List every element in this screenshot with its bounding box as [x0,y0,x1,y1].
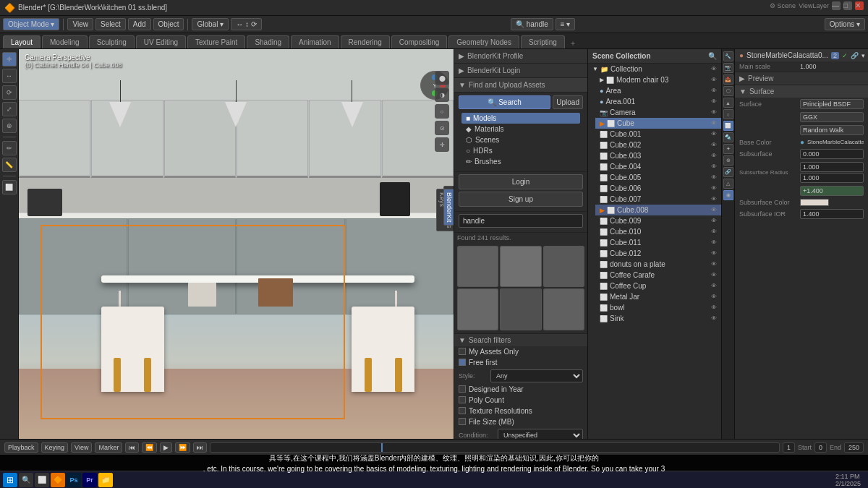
tab-modeling[interactable]: Modeling [42,35,88,48]
eye-icon16[interactable]: 👁 [711,228,717,235]
login-button[interactable]: Login [459,174,583,189]
eye-icon18[interactable]: 👁 [711,250,717,257]
free-first-checkbox[interactable] [459,359,466,366]
timeline-scrubber[interactable] [210,442,779,453]
options-btn[interactable]: Options ▾ [825,18,865,30]
scene-icon[interactable]: ▲ [723,98,733,108]
thumb-2[interactable] [500,246,541,287]
outliner-modern-chair[interactable]: ▶ ⬜ Modern chair 03 👁 [595,74,721,85]
style-select[interactable]: Any [490,369,583,382]
search-taskbar[interactable]: 🔍 [19,473,33,487]
outliner-coffee-cup[interactable]: ⬜ Coffee Cup 👁 [595,281,721,291]
outliner-camera[interactable]: 📷 Camera 👁 [595,107,721,118]
eye-icon11[interactable]: 👁 [711,174,717,181]
viewport-overlay-toggle[interactable]: ⊙ [435,121,449,135]
tab-uv-editing[interactable]: UV Editing [136,35,186,48]
outliner-sink[interactable]: ⬜ Sink 👁 [595,313,721,324]
eye-icon19[interactable]: 👁 [711,261,717,267]
cat-brushes[interactable]: ✏ Brushes [461,156,580,167]
outliner-cube007[interactable]: ⬜ Cube.007 👁 [595,194,721,205]
next-frame-btn[interactable]: ⏩ [175,442,190,453]
photoshop-taskbar[interactable]: Ps [67,473,81,487]
upload-btn[interactable]: Upload [553,95,583,109]
move-tool[interactable]: ↔ [2,69,17,83]
outliner-area[interactable]: ● Area 👁 [595,85,721,96]
outliner-cube002[interactable]: ⬜ Cube.002 👁 [595,140,721,150]
file-size-checkbox[interactable] [459,418,466,425]
bk-profile-header[interactable]: ▶ BlenderKit Profile [454,49,587,64]
texture-checkbox[interactable] [459,407,466,414]
viewport-shading-solid[interactable]: ⬤ [435,71,449,85]
object-mode-selector[interactable]: Object Mode ▾ [3,18,59,30]
subsurface-color-preview[interactable] [800,199,829,206]
outliner-cube011[interactable]: ⬜ Cube.011 👁 [595,237,721,248]
annotate-tool[interactable]: ✏ [2,141,17,155]
marker-menu[interactable]: Marker [95,442,122,453]
modifier-icon[interactable]: 🔩 [723,132,733,142]
outliner-cube[interactable]: ▶ ⬜ Cube 👁 [595,118,721,129]
outliner-cube003[interactable]: ⬜ Cube.003 👁 [595,150,721,161]
outliner-area001[interactable]: ● Area.001 👁 [595,96,721,107]
measure-tool[interactable]: 📏 [2,158,17,172]
outliner-cube005[interactable]: ⬜ Cube.005 👁 [595,172,721,183]
blenderkit-tab[interactable]: BlenderKit [443,189,454,226]
eye-icon9[interactable]: 👁 [711,153,717,159]
render-props-icon[interactable]: 📷 [723,63,733,73]
scene-props-icon[interactable]: 🔧 [723,51,733,61]
physics-icon[interactable]: ⊕ [723,155,733,166]
eye-icon6[interactable]: 👁 [711,120,717,127]
particles-icon[interactable]: ✦ [723,144,733,154]
search-filters-header[interactable]: ▼ Search filters [454,333,587,346]
viewport[interactable]: Camera Perspective (0) Cabinet Handle 04… [19,49,454,439]
search-btn[interactable]: 🔍 handle [511,18,553,30]
tab-texture-paint[interactable]: Texture Paint [187,35,245,48]
signup-button[interactable]: Sign up [459,192,583,207]
rotate-tool[interactable]: ⟳ [2,85,17,100]
search-btn[interactable]: 🔍 Search [459,95,550,109]
end-frame[interactable]: 250 [844,442,864,453]
eye-icon12[interactable]: 👁 [711,185,717,192]
view-menu[interactable]: View [71,442,92,453]
material-icon[interactable]: ◉ [723,190,733,200]
eye-icon7[interactable]: 👁 [711,131,717,137]
thumb-1[interactable] [457,246,498,287]
view-layer-icon[interactable]: ⬡ [723,86,733,96]
keying-menu[interactable]: Keying [41,442,69,453]
tab-shading[interactable]: Shading [247,35,289,48]
jump-end-btn[interactable]: ⏭ [193,442,207,453]
tab-scripting[interactable]: Scripting [521,35,565,48]
cat-hdrs[interactable]: ○ HDRs [461,145,580,156]
object-menu[interactable]: Object [153,18,184,30]
eye-icon20[interactable]: 👁 [711,272,717,278]
designed-in-checkbox[interactable] [459,385,466,393]
outliner-cube012[interactable]: ⬜ Cube.012 👁 [595,248,721,259]
poly-checkbox[interactable] [459,396,466,403]
outliner-cube010[interactable]: ⬜ Cube.010 👁 [595,226,721,237]
outliner-coffee-carafe[interactable]: ⬜ Coffee Carafe 👁 [595,270,721,281]
blender-taskbar[interactable]: 🔶 [51,473,65,487]
eye-icon22[interactable]: 👁 [711,294,717,300]
bk-find-header[interactable]: ▼ Find and Upload Assets [454,78,587,93]
cursor-tool[interactable]: ✛ [2,52,17,67]
tab-geometry-nodes[interactable]: Geometry Nodes [448,35,519,48]
file-explorer[interactable]: 📁 [98,473,113,487]
prev-frame-btn[interactable]: ⏪ [142,442,157,453]
cat-models[interactable]: ■ Models [461,113,580,124]
eye-icon17[interactable]: 👁 [711,239,717,246]
maximize-button[interactable]: □ [843,1,852,10]
tab-animation[interactable]: Animation [291,35,339,48]
eye-icon[interactable]: 👁 [711,66,717,72]
preview-header[interactable]: ▶ Preview [735,72,868,85]
tab-sculpting[interactable]: Sculpting [89,35,135,48]
cat-scenes[interactable]: ⬡ Scenes [461,134,580,145]
play-btn[interactable]: ▶ [160,442,172,453]
eye-icon15[interactable]: 👁 [711,218,717,224]
viewport-shading-rendered[interactable]: ○ [435,104,449,119]
playback-menu[interactable]: Playback [4,442,38,453]
thumb-3[interactable] [543,246,584,287]
add-workspace-btn[interactable]: ＋ [569,38,576,48]
taskview-btn[interactable]: ⬜ [35,473,49,487]
condition-select[interactable]: Unspecified [498,429,583,439]
cat-materials[interactable]: ◆ Materials [461,124,580,134]
eye-icon23[interactable]: 👁 [711,304,717,311]
